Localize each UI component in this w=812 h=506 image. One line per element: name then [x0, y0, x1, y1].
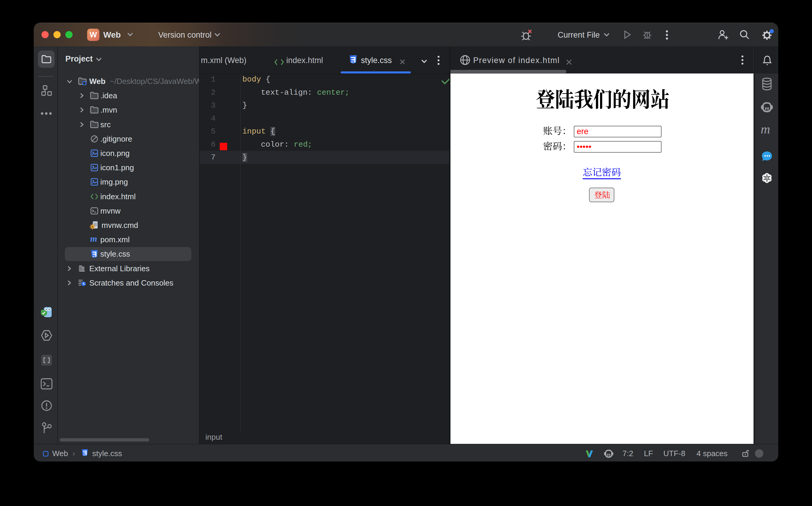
svg-text:m: m [760, 124, 770, 135]
